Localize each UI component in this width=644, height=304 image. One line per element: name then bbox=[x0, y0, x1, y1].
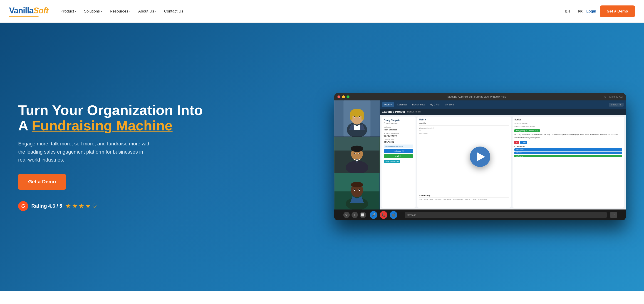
dot-green bbox=[346, 95, 350, 98]
chevron-down-icon: ▾ bbox=[155, 10, 156, 13]
crm-nav-main[interactable]: Main ∨ bbox=[382, 102, 394, 107]
phone-business-btn[interactable]: Business ☏ bbox=[384, 149, 413, 153]
chevron-down-icon: ▾ bbox=[75, 10, 76, 13]
nav-resources[interactable]: Resources ▾ bbox=[107, 7, 134, 16]
svg-point-24 bbox=[351, 182, 363, 187]
navbar: Vanilla Soft Product ▾ Solutions ▾ Resou… bbox=[0, 0, 644, 23]
svg-point-27 bbox=[354, 189, 355, 190]
star-3: ★ bbox=[78, 202, 84, 210]
script-body: Hi Craig, this is Max from Acme Inc. We … bbox=[514, 133, 622, 136]
time-display: Tue 9:42 AM bbox=[608, 95, 623, 98]
nav-right: EN | FR Login Get a Demo bbox=[565, 6, 635, 17]
call-btn[interactable]: Call ☏ bbox=[384, 154, 413, 158]
settings-btn[interactable]: ⚙ bbox=[343, 212, 350, 218]
crm-body: Craig Simpkin Project Manager Industry T… bbox=[380, 115, 626, 209]
crm-nav: Main ∨ Calendar Documents My CRM My SMS … bbox=[380, 100, 626, 109]
call-history-cols: Call Date & Time Duration Talk Time Appo… bbox=[419, 199, 509, 201]
dot-yellow bbox=[342, 95, 345, 98]
add-btn[interactable]: + bbox=[352, 212, 358, 218]
video-thumb-3 bbox=[334, 173, 380, 209]
comment-btn-3[interactable]: No Answer bbox=[514, 155, 622, 157]
star-4: ★ bbox=[85, 202, 91, 210]
hero-visual: Meeting App File Edit Format View Window… bbox=[334, 93, 626, 220]
stage-badge: Stay (Keep it ✓ scheduled) bbox=[514, 129, 540, 132]
expand-btn[interactable]: ⤢ bbox=[610, 212, 617, 218]
message-input[interactable]: Message bbox=[405, 212, 607, 218]
mac-title-right: ⊛ Tue 9:42 AM bbox=[604, 95, 623, 98]
video-panel bbox=[334, 100, 380, 209]
star-1: ★ bbox=[66, 202, 71, 210]
call-history-header: Call History bbox=[419, 194, 509, 198]
lang-fr[interactable]: FR bbox=[578, 9, 583, 13]
lang-en[interactable]: EN bbox=[565, 9, 570, 13]
get-demo-button[interactable]: Get a Demo bbox=[600, 6, 635, 17]
logo-text-vanilla: Vanilla bbox=[9, 6, 34, 16]
project-team: Default Team bbox=[407, 110, 420, 113]
contact-role: Project Manager bbox=[384, 122, 413, 124]
comment-btn-2[interactable]: Schedule bbox=[514, 152, 622, 154]
mac-dots bbox=[338, 95, 350, 98]
stars: ★ ★ ★ ★ ✩ bbox=[66, 202, 97, 210]
crm-nav-sms[interactable]: My SMS bbox=[442, 102, 456, 107]
hero-cta-button[interactable]: Get a Demo bbox=[18, 174, 66, 190]
svg-point-10 bbox=[359, 116, 360, 117]
meeting-bottom: ⚙ + ⬜ 🎤 📞 📹 Message ⤢ bbox=[334, 209, 626, 220]
mac-titlebar: Meeting App File Edit Format View Window… bbox=[334, 93, 626, 100]
stage-label: Current Stage and Action bbox=[514, 125, 622, 127]
crm-panel: Main ∨ Calendar Documents My CRM My SMS … bbox=[380, 100, 626, 209]
crm-nav-calendar[interactable]: Calendar bbox=[395, 102, 410, 107]
svg-point-28 bbox=[359, 189, 360, 190]
svg-rect-6 bbox=[361, 113, 364, 120]
industry: Tech Services bbox=[384, 129, 413, 131]
script-title: Script bbox=[514, 118, 622, 121]
nav-links: Product ▾ Solutions ▾ Resources ▾ About … bbox=[58, 7, 565, 16]
hero-content: Turn Your Organization Into A Fundraisin… bbox=[18, 103, 334, 211]
hero-subtitle: Engage more, talk more, sell more, and f… bbox=[18, 140, 154, 164]
crm-info-cols: Details Webinar Attended — Multi-Retic — bbox=[419, 122, 509, 192]
end-call-button[interactable]: 📞 bbox=[380, 211, 388, 219]
login-link[interactable]: Login bbox=[586, 9, 596, 14]
nav-product[interactable]: Product ▾ bbox=[58, 7, 80, 16]
comments-section: Comments Send Email Schedule No Answer bbox=[514, 145, 622, 157]
nav-about[interactable]: About Us ▾ bbox=[135, 7, 160, 16]
contact-name: Craig Simpkin bbox=[384, 119, 413, 122]
nav-contact[interactable]: Contact Us bbox=[161, 7, 186, 16]
video-thumb-1 bbox=[334, 100, 380, 137]
play-button[interactable] bbox=[470, 147, 490, 167]
crm-nav-mycrm[interactable]: My CRM bbox=[428, 102, 442, 107]
crm-col-details: Details Webinar Attended — Multi-Retic — bbox=[419, 122, 509, 192]
logo-text-soft: Soft bbox=[34, 6, 48, 16]
project-banner: Cadence Project Default Team bbox=[380, 109, 626, 115]
svg-rect-5 bbox=[350, 113, 352, 120]
comments-label: Comments bbox=[514, 145, 622, 148]
rating-text: Rating 4.6 / 5 bbox=[31, 203, 62, 209]
main-label: Main ∨ bbox=[419, 118, 427, 121]
mic-button[interactable]: 🎤 bbox=[370, 211, 378, 219]
svg-point-19 bbox=[358, 153, 360, 154]
crm-contact-column: Craig Simpkin Project Manager Industry T… bbox=[382, 117, 416, 208]
chevron-down-icon: ▾ bbox=[129, 10, 130, 13]
logo[interactable]: Vanilla Soft bbox=[9, 6, 48, 17]
script-prompt: minutes to hear my value prop? bbox=[514, 137, 622, 139]
center-controls: 🎤 📞 📹 bbox=[370, 211, 398, 219]
dot-red bbox=[338, 95, 340, 98]
screen-btn[interactable]: ⬜ bbox=[360, 212, 366, 218]
nav-solutions[interactable]: Solutions ▾ bbox=[81, 7, 105, 16]
no-btn[interactable]: No bbox=[514, 141, 519, 144]
later-btn[interactable]: Later bbox=[520, 141, 527, 144]
comment-items: Send Email Schedule No Answer bbox=[514, 148, 622, 157]
play-triangle-icon bbox=[477, 152, 485, 161]
rating-row: G Rating 4.6 / 5 ★ ★ ★ ★ ✩ bbox=[18, 201, 325, 211]
camera-button[interactable]: 📹 bbox=[390, 211, 398, 219]
comment-btn-1[interactable]: Send Email bbox=[514, 148, 622, 151]
star-5-half: ✩ bbox=[92, 202, 97, 210]
svg-point-9 bbox=[354, 116, 355, 117]
crm-nav-documents[interactable]: Documents bbox=[410, 102, 427, 107]
crm-main-header: Main ∨ bbox=[419, 118, 509, 121]
crm-main-column: Main ∨ Details Webinar Attended — bbox=[417, 117, 511, 208]
chevron-down-icon: ▾ bbox=[101, 10, 102, 13]
script-response-btns: No Later bbox=[514, 141, 622, 144]
hero-title: Turn Your Organization Into A Fundraisin… bbox=[18, 103, 325, 133]
crm-search[interactable]: Search All bbox=[609, 103, 624, 107]
hero-section: Turn Your Organization Into A Fundraisin… bbox=[0, 23, 644, 291]
